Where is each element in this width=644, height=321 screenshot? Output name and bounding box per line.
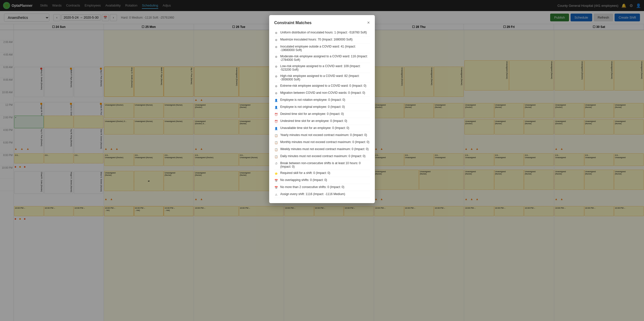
constraint-text-14: Monthly minutes must not exceed contract… (280, 140, 369, 144)
constraint-icon-9: 👤 (274, 105, 278, 109)
constraint-list: ⚙Uniform distribution of inoculated hour… (274, 29, 370, 198)
constraint-item-9: 👤Employee is not original employee: 0 (I… (274, 104, 370, 111)
constraint-text-9: Employee is not original employee: 0 (Im… (280, 105, 345, 109)
constraint-item-19: 📅No overlapping shifts: 0 (Impact: 0) (274, 177, 370, 184)
constraint-item-10: ⏰Desired time slot for an employee: 0 (I… (274, 111, 370, 118)
constraint-item-7: ⚙Migration between COVID and non-COVID w… (274, 90, 370, 97)
constraint-text-13: Yearly minutes must not exceed contract … (280, 133, 367, 137)
constraint-item-6: ⚙Extreme-risk employee assigned to a COV… (274, 83, 370, 90)
constraint-icon-8: 👤 (274, 98, 278, 102)
constraint-text-7: Migration between COVID and non-COVID wa… (280, 91, 365, 95)
constraint-item-21: ⚠Assign every shift: 1116 (Impact: -1116… (274, 191, 370, 198)
constraint-text-0: Uniform distribution of inoculated hours… (280, 31, 367, 34)
constraint-text-6: Extreme-risk employee assigned to a COVI… (280, 84, 366, 87)
constraint-icon-6: ⚙ (274, 84, 278, 88)
constraint-text-12: Unavailable time slot for an employee: 0… (280, 126, 349, 130)
constraint-icon-7: ⚙ (274, 91, 278, 95)
constraint-icon-2: ⚙ (274, 45, 278, 49)
constraint-text-20: No more than 2 consecutive shifts: 0 (Im… (280, 185, 344, 189)
constraint-item-16: 📋Daily minutes must not exceed contract … (274, 153, 370, 160)
constraint-icon-18: ⭐ (274, 171, 278, 175)
constraint-icon-14: 📋 (274, 141, 278, 145)
constraint-text-17: Break between non-consecutive shifts is … (280, 161, 370, 168)
modal-header: Constraint Matches × (274, 20, 370, 25)
constraint-item-14: 📋Monthly minutes must not exceed contrac… (274, 139, 370, 146)
constraint-icon-3: ⚙ (274, 55, 278, 59)
constraint-item-4: ⚙Low-risk employee assigned to a COVID w… (274, 63, 370, 73)
constraint-text-10: Desired time slot for an employee: 0 (Im… (280, 112, 344, 116)
modal-title: Constraint Matches (274, 21, 311, 25)
constraint-icon-20: 📅 (274, 186, 278, 190)
constraint-text-15: Weekly minutes must not exceed contract … (280, 147, 369, 151)
constraint-modal: Constraint Matches × ⚙Uniform distributi… (269, 15, 375, 203)
constraint-item-15: 📋Weekly minutes must not exceed contract… (274, 146, 370, 153)
constraint-item-13: 📋Yearly minutes must not exceed contract… (274, 132, 370, 139)
constraint-icon-1: ⚙ (274, 38, 278, 42)
constraint-text-8: Employee is not rotation employee: 0 (Im… (280, 98, 345, 102)
constraint-icon-17: ⏱ (274, 162, 278, 166)
constraint-item-11: ⏰Undesired time slot for an employee: 0 … (274, 118, 370, 125)
constraint-text-3: Moderate-risk employee assigned to a COV… (280, 55, 370, 62)
constraint-icon-11: ⏰ (274, 119, 278, 123)
constraint-text-19: No overlapping shifts: 0 (Impact: 0) (280, 178, 327, 182)
constraint-item-8: 👤Employee is not rotation employee: 0 (I… (274, 97, 370, 104)
constraint-text-5: High-risk employee assigned to a COVID w… (280, 74, 370, 81)
constraint-item-18: ⭐Required skill for a shift: 0 (Impact: … (274, 170, 370, 177)
modal-close-button[interactable]: × (367, 20, 370, 25)
constraint-icon-12: 👤 (274, 126, 278, 130)
constraint-text-18: Required skill for a shift: 0 (Impact: 0… (280, 171, 330, 175)
constraint-item-20: 📅No more than 2 consecutive shifts: 0 (I… (274, 184, 370, 191)
constraint-icon-5: ⚙ (274, 74, 278, 78)
constraint-icon-16: 📋 (274, 155, 278, 159)
constraint-item-12: 👤Unavailable time slot for an employee: … (274, 125, 370, 132)
constraint-icon-0: ⚙ (274, 31, 278, 35)
constraint-text-1: Maximize inoculated hours: 70 (Impact: 1… (280, 38, 352, 41)
constraint-item-17: ⏱Break between non-consecutive shifts is… (274, 160, 370, 170)
constraint-item-5: ⚙High-risk employee assigned to a COVID … (274, 73, 370, 83)
constraint-text-4: Low-risk employee assigned to a COVID wa… (280, 64, 370, 71)
constraint-item-1: ⚙Maximize inoculated hours: 70 (Impact: … (274, 36, 370, 43)
constraint-icon-13: 📋 (274, 133, 278, 137)
constraint-item-3: ⚙Moderate-risk employee assigned to a CO… (274, 53, 370, 63)
constraint-item-0: ⚙Uniform distribution of inoculated hour… (274, 29, 370, 36)
modal-overlay[interactable]: Constraint Matches × ⚙Uniform distributi… (0, 0, 644, 321)
constraint-text-2: Inoculated employee outside a COVID ward… (280, 45, 370, 52)
constraint-icon-19: 📅 (274, 178, 278, 182)
constraint-text-21: Assign every shift: 1116 (Impact: -1116 … (280, 192, 345, 196)
constraint-icon-15: 📋 (274, 148, 278, 152)
constraint-item-2: ⚙Inoculated employee outside a COVID war… (274, 43, 370, 53)
constraint-text-16: Daily minutes must not exceed contract m… (280, 154, 366, 158)
constraint-icon-4: ⚙ (274, 65, 278, 69)
constraint-text-11: Undesired time slot for an employee: 0 (… (280, 119, 347, 123)
constraint-icon-10: ⏰ (274, 112, 278, 116)
constraint-icon-21: ⚠ (274, 193, 278, 197)
